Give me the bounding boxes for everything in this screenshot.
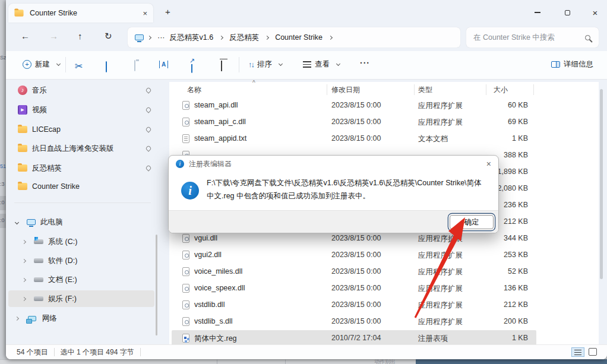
maximize-button[interactable]: [557, 6, 577, 19]
status-bar: 54 个项目 选中 1 个项目 494 字节: [6, 344, 607, 359]
registry-editor-dialog: i 注册表编辑器 × i F:\下载\夸克网盘下载文件\反恐精英v1.6\反恐精…: [168, 155, 499, 233]
file-row[interactable]: vstdlib_s.dll2023/8/15 0:00应用程序扩展200 KB: [169, 314, 599, 330]
windows-drive-icon: [34, 239, 43, 244]
breadcrumb-item-current[interactable]: Counter Strike: [273, 33, 325, 42]
window-close-button[interactable]: ×: [585, 6, 605, 19]
dialog-title-bar[interactable]: i 注册表编辑器 ×: [169, 156, 498, 172]
dll-file-icon: [182, 300, 189, 309]
refresh-button[interactable]: ↻: [105, 31, 112, 42]
pin-icon: [145, 106, 151, 113]
sidebar-scrollbar[interactable]: [156, 235, 157, 335]
breadcrumb[interactable]: ··· 反恐精英v1.6 反恐精英 Counter Strike: [128, 27, 460, 48]
paste-button[interactable]: [134, 60, 135, 71]
details-view-toggle[interactable]: [571, 347, 584, 357]
close-icon: ×: [593, 8, 598, 18]
sort-button[interactable]: ↑↓ 排序: [248, 59, 282, 69]
column-header-name[interactable]: 名称: [187, 85, 201, 95]
background-window-fragment: [416, 359, 607, 364]
folder-icon: [14, 10, 23, 16]
more-options-button[interactable]: ···: [360, 58, 370, 68]
cut-button[interactable]: ✂: [75, 61, 83, 72]
sidebar-item-drive-d[interactable]: 软件 (D:): [8, 252, 154, 269]
dll-file-icon: [182, 251, 189, 259]
screen: Sz 51 :3 :0 :0 动作别出 Counter Strike × + ×…: [0, 0, 607, 364]
column-resize-handle[interactable]: [414, 84, 415, 95]
back-button[interactable]: ←: [21, 31, 30, 41]
file-row[interactable]: steam_api_c.dll2023/8/15 0:00应用程序扩展69 KB: [169, 114, 599, 131]
chevron-right-icon: [147, 35, 151, 39]
view-button[interactable]: 查看: [303, 59, 340, 69]
breadcrumb-item[interactable]: 反恐精英v1.6: [167, 33, 216, 43]
sidebar-item-label: 抗日血战上海滩免安装版: [32, 144, 114, 154]
ok-button[interactable]: 确定: [450, 215, 494, 229]
sidebar-item-network[interactable]: 网络: [8, 310, 154, 327]
sidebar-item-label: 系统 (C:): [48, 237, 77, 247]
chevron-right-icon: [22, 258, 26, 262]
large-icons-view-toggle[interactable]: [589, 348, 597, 356]
sidebar-item-licecap[interactable]: LICEcap: [14, 121, 157, 138]
drive-icon: [34, 296, 43, 301]
file-row[interactable]: voice_miles.dll2023/8/15 0:00应用程序扩展52 KB: [169, 264, 599, 280]
background-window-fragment: Sz 51 :3 :0 :0: [0, 0, 6, 364]
chevron-right-icon: [22, 239, 26, 243]
delete-button[interactable]: [221, 61, 222, 71]
up-button[interactable]: ↑: [78, 31, 83, 41]
forward-button[interactable]: →: [49, 31, 58, 41]
file-row[interactable]: steam_appid.txt2023/8/15 0:00文本文档1 KB: [169, 131, 599, 147]
view-lines-icon: [303, 61, 311, 68]
sidebar-item-label: 文档 (E:): [48, 275, 77, 285]
sidebar-item-cs-folder[interactable]: 反恐精英: [14, 160, 157, 176]
file-row[interactable]: vstdlib.dll2023/8/15 0:00应用程序扩展212 KB: [169, 297, 599, 314]
minimize-button[interactable]: [527, 6, 548, 19]
dll-file-icon: [182, 267, 189, 276]
plus-circle-icon: +: [23, 60, 31, 69]
sidebar-item-music[interactable]: ♪ 音乐: [14, 82, 157, 99]
chevron-right-icon: [22, 277, 26, 281]
column-header-size[interactable]: 大小: [494, 85, 508, 95]
minimize-icon: [535, 12, 540, 12]
column-header-type[interactable]: 类型: [418, 85, 432, 95]
computer-icon: [27, 219, 36, 225]
new-button[interactable]: + 新建: [23, 59, 60, 69]
details-pane-button[interactable]: 详细信息: [551, 59, 593, 69]
sidebar-item-drive-e[interactable]: 文档 (E:): [8, 271, 154, 288]
file-row[interactable]: vgui2.dll2023/8/15 0:00应用程序扩展253 KB: [169, 247, 599, 264]
explorer-tab[interactable]: Counter Strike ×: [8, 4, 153, 23]
dll-file-icon: [182, 101, 189, 110]
sidebar-item-drive-f[interactable]: 娱乐 (F:): [8, 290, 154, 307]
info-icon: i: [181, 182, 199, 200]
pin-icon: [145, 87, 151, 93]
tab-close-button[interactable]: ×: [143, 10, 147, 17]
copy-button[interactable]: [106, 61, 107, 72]
chevron-right-icon: [328, 35, 333, 39]
new-tab-button[interactable]: +: [165, 7, 170, 16]
column-header-date[interactable]: 修改日期: [331, 85, 360, 95]
sidebar-item-game-folder[interactable]: 抗日血战上海滩免安装版: [14, 140, 157, 157]
search-input[interactable]: 在 Counter Strike 中搜索: [466, 27, 599, 48]
dialog-close-button[interactable]: ×: [486, 159, 491, 169]
breadcrumb-item[interactable]: 反恐精英: [227, 33, 261, 43]
sidebar-item-this-pc[interactable]: 此电脑: [8, 214, 154, 230]
file-row[interactable]: steam_api.dll2023/8/15 0:00应用程序扩展60 KB: [169, 97, 599, 114]
chevron-down-icon: [279, 62, 283, 66]
vertical-scrollbar[interactable]: [600, 89, 603, 279]
background-highlight: :0: [0, 214, 6, 228]
file-row[interactable]: voice_speex.dll2023/8/15 0:00应用程序扩展136 K…: [169, 280, 599, 297]
sidebar-item-videos[interactable]: ▶ 视频: [14, 102, 157, 118]
breadcrumb-overflow[interactable]: ···: [155, 33, 167, 42]
sort-ascending-icon: ^: [252, 80, 255, 86]
column-resize-handle[interactable]: [533, 84, 534, 95]
info-icon: i: [176, 160, 184, 168]
details-label: 详细信息: [564, 59, 593, 69]
column-resize-handle[interactable]: [327, 84, 327, 95]
rename-button[interactable]: A: [159, 61, 168, 68]
sidebar-item-drive-c[interactable]: 系统 (C:): [8, 233, 154, 250]
column-resize-handle[interactable]: [486, 84, 486, 95]
search-placeholder: 在 Counter Strike 中搜索: [473, 33, 585, 43]
dll-file-icon: [182, 317, 189, 326]
sidebar-item-label: 网络: [42, 314, 57, 324]
share-button[interactable]: ↗: [191, 62, 192, 73]
sidebar-item-counter-strike[interactable]: Counter Strike: [14, 178, 157, 195]
music-icon: ♪: [18, 86, 27, 95]
network-icon: [28, 316, 36, 321]
